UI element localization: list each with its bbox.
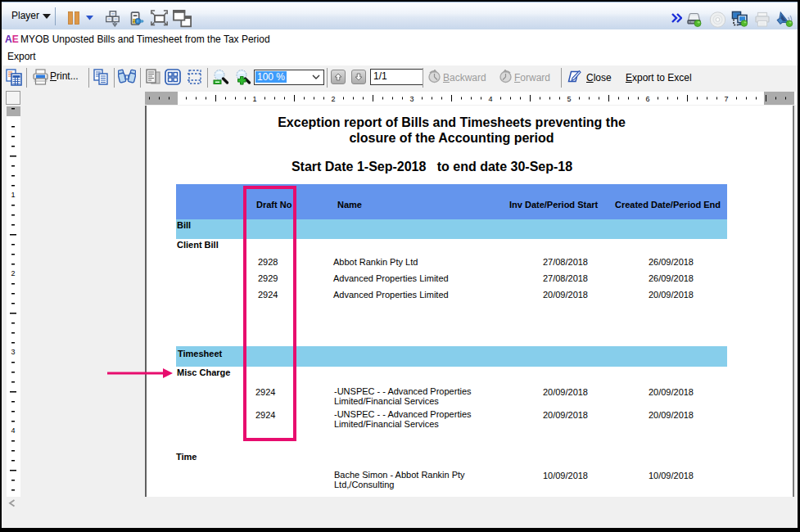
svg-text:3: 3 <box>409 95 414 103</box>
svg-text:5: 5 <box>567 95 571 103</box>
svg-text:2: 2 <box>331 95 335 103</box>
svg-text:2: 2 <box>11 269 15 277</box>
svg-text:4: 4 <box>11 426 15 435</box>
svg-text:1: 1 <box>11 191 15 199</box>
svg-text:1: 1 <box>252 95 256 103</box>
svg-text:7: 7 <box>724 95 728 103</box>
svg-text:4: 4 <box>488 95 492 103</box>
svg-text:3: 3 <box>11 348 15 356</box>
svg-text:6: 6 <box>645 95 649 103</box>
